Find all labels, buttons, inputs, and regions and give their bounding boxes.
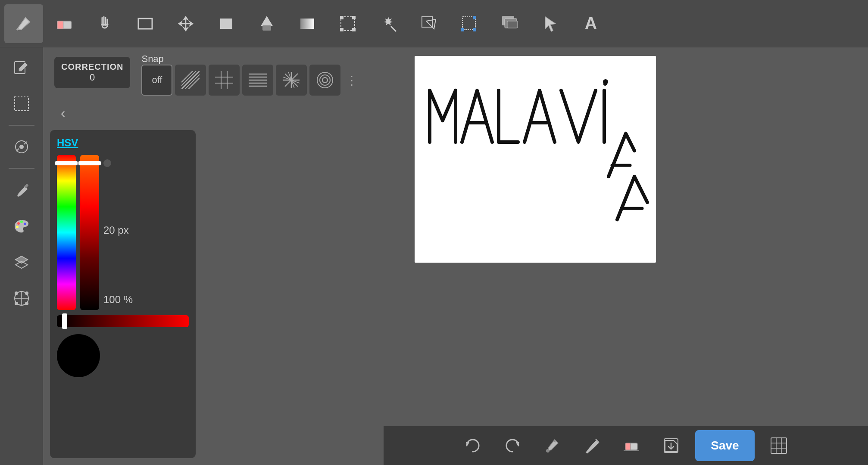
hue-slider[interactable] [57, 155, 76, 310]
svg-rect-2 [138, 19, 152, 29]
fill-bucket-btn[interactable] [247, 4, 286, 43]
export-btn[interactable] [656, 430, 687, 461]
size-info: 20 px 100 % [103, 155, 189, 310]
text-btn[interactable]: A [571, 4, 610, 43]
grid-bottom-btn[interactable] [763, 430, 794, 461]
svg-point-31 [16, 226, 19, 228]
color-mode-label[interactable]: HSV [57, 137, 78, 149]
canvas-area: Save [203, 47, 868, 465]
eraser-bottom-btn[interactable] [616, 430, 647, 461]
color-sliders-row: 20 px 100 % [57, 155, 189, 310]
drawing-canvas[interactable] [415, 56, 656, 263]
correction-label: CORRECTION [61, 62, 123, 72]
color-preview[interactable] [57, 334, 100, 377]
svg-rect-9 [352, 16, 356, 19]
svg-rect-3 [220, 19, 232, 29]
svg-marker-22 [545, 17, 556, 31]
correction-value: 0 [90, 72, 95, 83]
pencil-tool-btn[interactable] [4, 4, 43, 43]
svg-rect-5 [262, 25, 271, 31]
svg-point-28 [17, 222, 20, 225]
bottom-toolbar: Save [384, 426, 868, 465]
svg-rect-6 [300, 19, 314, 29]
svg-marker-32 [16, 256, 28, 263]
back-arrow-btn[interactable]: ‹ [50, 100, 76, 126]
crop-select-btn[interactable] [450, 4, 489, 43]
undo-btn[interactable] [457, 430, 488, 461]
sidebar-divider-2 [9, 168, 34, 169]
layers-panel-btn[interactable] [490, 4, 529, 43]
left-sidebar [0, 47, 43, 465]
magic-wand-btn[interactable] [369, 4, 408, 43]
svg-line-12 [391, 26, 396, 31]
svg-rect-24 [15, 97, 28, 111]
svg-point-38 [25, 291, 28, 295]
value-slider-row [57, 315, 189, 327]
cursor-btn[interactable] [531, 4, 570, 43]
size-dot [103, 159, 111, 167]
svg-rect-17 [473, 28, 476, 31]
svg-point-67 [546, 449, 550, 453]
snap-diagonal-btn[interactable] [175, 65, 206, 96]
sidebar-layers-btn[interactable] [6, 246, 37, 278]
gradient-btn[interactable] [288, 4, 327, 43]
sidebar-selection-btn[interactable] [6, 88, 37, 120]
color-panel: HSV 20 px 100 % [50, 130, 196, 458]
svg-rect-16 [473, 16, 476, 19]
svg-marker-4 [262, 17, 272, 25]
snap-off-label: off [152, 74, 162, 86]
top-toolbar: A [0, 0, 868, 47]
svg-point-29 [20, 220, 23, 223]
save-label: Save [711, 439, 739, 452]
snap-off-btn[interactable]: off [141, 65, 172, 96]
move-tool-btn[interactable] [166, 4, 205, 43]
fill-rect-btn[interactable] [207, 4, 246, 43]
sidebar-palette-btn[interactable] [6, 210, 37, 242]
sidebar-stamp-btn[interactable] [6, 131, 37, 163]
canvas-drawing-svg [415, 56, 656, 263]
color-preview-row [57, 334, 189, 377]
brush-bottom-btn[interactable] [576, 430, 607, 461]
svg-point-26 [19, 145, 24, 149]
left-panel: CORRECTION 0 Snap off [43, 47, 203, 465]
svg-rect-72 [771, 438, 787, 453]
save-btn[interactable]: Save [695, 430, 754, 461]
correction-btn[interactable]: CORRECTION 0 [54, 57, 130, 88]
eyedropper-btn[interactable] [537, 430, 568, 461]
value-slider[interactable] [57, 315, 189, 327]
svg-point-64 [603, 79, 608, 84]
sidebar-divider [9, 125, 34, 126]
opacity-value: 100 % [103, 294, 189, 306]
svg-point-40 [25, 302, 28, 305]
svg-rect-1 [57, 21, 63, 29]
hand-tool-btn[interactable] [85, 4, 124, 43]
selection-btn[interactable] [328, 4, 367, 43]
svg-rect-18 [461, 28, 464, 31]
saturation-slider[interactable] [80, 155, 99, 310]
sidebar-brush-btn[interactable] [6, 174, 37, 206]
sidebar-grid-btn[interactable] [6, 282, 37, 314]
svg-point-39 [15, 302, 18, 305]
transform-btn[interactable] [409, 4, 448, 43]
svg-point-30 [24, 223, 26, 225]
svg-rect-21 [507, 21, 518, 28]
text-tool-icon: A [585, 14, 597, 33]
rectangle-tool-btn[interactable] [126, 4, 165, 43]
svg-rect-10 [340, 28, 343, 31]
main-area: CORRECTION 0 Snap off [0, 47, 868, 465]
svg-rect-69 [625, 443, 631, 450]
eraser-tool-btn[interactable] [45, 4, 84, 43]
brush-size-value: 20 px [103, 224, 189, 236]
svg-point-37 [15, 291, 18, 295]
sidebar-edit-btn[interactable] [6, 52, 37, 84]
redo-btn[interactable] [497, 430, 528, 461]
svg-rect-11 [352, 28, 356, 31]
svg-rect-8 [340, 16, 343, 19]
